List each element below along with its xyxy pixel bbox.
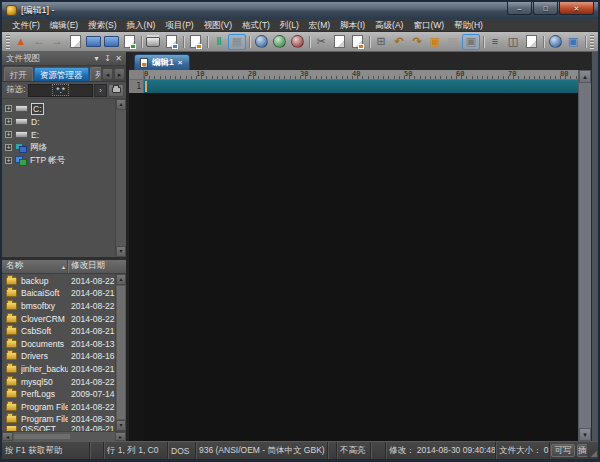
column-mode-icon[interactable]: ‖ xyxy=(210,34,228,50)
file-row[interactable]: CloverCRM 2014-08-22 12 xyxy=(2,312,115,325)
menu-item[interactable]: 宏(M) xyxy=(304,19,335,32)
menu-item[interactable]: 脚本(I) xyxy=(335,19,370,32)
file-row[interactable]: Documents 2014-08-13 14 xyxy=(2,337,115,350)
editor-canvas[interactable] xyxy=(144,80,578,441)
tree-item-ftp[interactable]: + FTP 帐号 xyxy=(5,154,115,167)
scroll-down-icon[interactable]: ▾ xyxy=(579,428,591,441)
expand-icon[interactable]: + xyxy=(5,144,12,151)
duplicate-view-icon[interactable] xyxy=(522,34,540,50)
filelist-scrollbar[interactable]: ▴ ▾ xyxy=(115,274,126,432)
scroll-up-icon[interactable]: ▴ xyxy=(116,274,126,285)
file-row[interactable]: Program Files 2014-08-22 12 xyxy=(2,400,115,413)
file-row[interactable]: mysql50 2014-08-22 08 xyxy=(2,375,115,388)
tree-item-network[interactable]: + 网络 xyxy=(5,141,115,154)
file-row[interactable]: backup 2014-08-22 10 xyxy=(2,275,115,288)
find-icon[interactable]: ⊞ xyxy=(372,34,390,50)
editor-tab[interactable]: 编辑1 × xyxy=(134,54,190,70)
scroll-left-icon[interactable]: ◂ xyxy=(2,432,13,441)
tab-close-icon[interactable]: × xyxy=(178,59,183,67)
web-globe-icon[interactable] xyxy=(546,34,564,50)
forward-icon[interactable]: → xyxy=(48,34,66,50)
menu-item[interactable]: 视图(V) xyxy=(199,19,237,32)
print-icon[interactable] xyxy=(144,34,162,50)
open-folder-icon[interactable] xyxy=(84,34,102,50)
menu-item[interactable]: 搜索(S) xyxy=(83,19,121,32)
show-special-chars-icon[interactable]: ▦ xyxy=(228,34,246,50)
menu-item[interactable]: 列(L) xyxy=(275,19,304,32)
undo-icon[interactable]: ↶ xyxy=(390,34,408,50)
expand-icon[interactable]: + xyxy=(5,131,12,138)
column-name[interactable]: 名称 ▴ xyxy=(2,260,68,273)
scrollbar-thumb[interactable] xyxy=(116,285,126,421)
separator[interactable] xyxy=(582,34,588,50)
title-bar[interactable]: [编辑1] - –□✕ xyxy=(2,2,598,19)
paste-icon[interactable] xyxy=(348,34,366,50)
sidebar-tab-open[interactable]: 打开 xyxy=(4,67,33,81)
file-row[interactable]: CsbSoft 2014-08-21 13 xyxy=(2,325,115,338)
menu-item[interactable]: 插入(N) xyxy=(122,19,161,32)
open-project-icon[interactable] xyxy=(102,34,120,50)
menu-item[interactable]: 编辑(E) xyxy=(45,19,83,32)
edit-file-icon[interactable] xyxy=(186,34,204,50)
archive-icon[interactable]: ▤ xyxy=(444,34,462,50)
maximize-button[interactable]: □ xyxy=(533,2,558,15)
scroll-up-icon[interactable]: ▴ xyxy=(116,99,126,110)
expand-icon[interactable]: + xyxy=(5,157,12,164)
file-row[interactable]: Program File... 2014-08-30 09 xyxy=(2,413,115,426)
app-icon[interactable] xyxy=(6,5,17,16)
scroll-down-icon[interactable]: ▾ xyxy=(116,246,126,257)
tree-item-drive-c[interactable]: + C: xyxy=(5,102,115,115)
file-row[interactable]: jinher_backup 2014-08-21 18 xyxy=(2,363,115,376)
resize-grip-icon[interactable]: ◢ xyxy=(587,442,598,459)
validate-red-globe-icon[interactable] xyxy=(288,34,306,50)
print-preview-icon[interactable] xyxy=(162,34,180,50)
toolbar-overflow-grip[interactable] xyxy=(590,35,594,49)
panel-menu-icon[interactable]: ▾ xyxy=(91,53,102,65)
close-button[interactable]: ✕ xyxy=(559,2,594,15)
sidebar-tab-explorer[interactable]: 资源管理器 xyxy=(34,67,89,81)
menu-item[interactable]: 格式(T) xyxy=(237,19,275,32)
menu-item[interactable]: 窗口(W) xyxy=(408,19,449,32)
cut-icon[interactable]: ✂ xyxy=(312,34,330,50)
menu-item[interactable]: 帮助(H) xyxy=(449,19,488,32)
expand-icon[interactable]: + xyxy=(5,105,12,112)
scrollbar-thumb[interactable] xyxy=(13,433,71,440)
preview-green-globe-icon[interactable] xyxy=(270,34,288,50)
menu-item[interactable]: 高级(A) xyxy=(370,19,408,32)
file-row[interactable]: PerfLogs 2009-07-14 11 xyxy=(2,388,115,401)
new-file-icon[interactable] xyxy=(66,34,84,50)
active-file-icon[interactable]: ▣ xyxy=(462,34,480,50)
browse-folder-button[interactable] xyxy=(108,84,124,97)
tree-item-drive-e[interactable]: + E: xyxy=(5,128,115,141)
sidebar-tab-list[interactable]: 列表 xyxy=(90,67,102,81)
column-date[interactable]: 修改日期 xyxy=(68,260,126,272)
file-row[interactable]: bmsoftxy 2014-08-22 08 xyxy=(2,300,115,313)
filelist-hscrollbar[interactable]: ◂ ▸ xyxy=(2,431,126,441)
expand-icon[interactable]: + xyxy=(5,118,12,125)
tabs-scroll-left-icon[interactable]: ◂ xyxy=(102,68,113,80)
save-file-icon[interactable] xyxy=(120,34,138,50)
wrap-lines-icon[interactable]: ≡ xyxy=(486,34,504,50)
toolbar-grip[interactable] xyxy=(6,35,10,49)
menu-item[interactable]: 项目(P) xyxy=(160,19,198,32)
file-row[interactable]: BaicaiSoft 2014-08-21 16 xyxy=(2,287,115,300)
tree-item-drive-d[interactable]: + D: xyxy=(5,115,115,128)
split-view-icon[interactable]: ◫ xyxy=(504,34,522,50)
redo-icon[interactable]: ↷ xyxy=(408,34,426,50)
copy-icon[interactable] xyxy=(330,34,348,50)
scroll-down-icon[interactable]: ▾ xyxy=(116,420,126,431)
minimize-button[interactable]: – xyxy=(507,2,532,15)
filter-apply-button[interactable]: › xyxy=(94,84,107,97)
filter-input[interactable]: *.* xyxy=(28,84,93,97)
panel-pin-icon[interactable]: ↧ xyxy=(102,53,113,65)
tabs-scroll-right-icon[interactable]: ▸ xyxy=(114,68,125,80)
menu-item[interactable]: 文件(F) xyxy=(7,19,45,32)
package-icon[interactable]: ▣ xyxy=(426,34,444,50)
tree-scrollbar[interactable]: ▴ ▾ xyxy=(115,99,126,257)
file-row[interactable]: Drivers 2014-08-16 09 xyxy=(2,350,115,363)
panel-close-icon[interactable]: ✕ xyxy=(113,53,124,65)
editor-scrollbar[interactable]: ▴ ▾ xyxy=(578,70,591,441)
app-fire-icon[interactable]: ▲ xyxy=(12,34,30,50)
scroll-right-icon[interactable]: ▸ xyxy=(115,432,126,441)
scroll-up-icon[interactable]: ▴ xyxy=(579,70,591,83)
